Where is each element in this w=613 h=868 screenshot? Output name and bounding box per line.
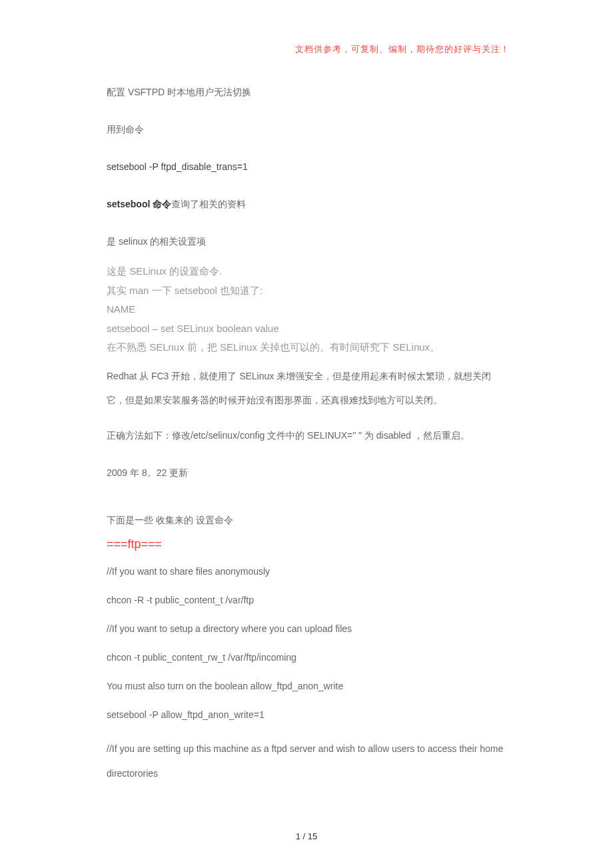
ftp-commands: //If you want to share files anonymously… — [107, 565, 506, 785]
ftp-cmd-setsebool-anon: setsebool -P allow_ftpd_anon_write=1 — [107, 708, 506, 722]
gray-line-1: 这是 SELinux 的设置命令. — [107, 262, 506, 281]
query-line: setsebool 命令查询了相关的资料 — [107, 197, 506, 211]
page-number: 1 / 15 — [0, 831, 613, 841]
bold-prefix: setsebool 命令 — [107, 199, 171, 209]
gray-line-4: setsebool – set SELinux boolean value — [107, 319, 506, 339]
ftp-comment-anon: //If you want to share files anonymously — [107, 565, 506, 579]
command-setsebool-trans: setsebool -P ftpd_disable_trans=1 — [107, 160, 506, 174]
gray-line-2: 其实 man 一下 setsebool 也知道了: — [107, 281, 506, 301]
update-line: 2009 年 8。22 更新 — [107, 466, 506, 480]
ftp-comment-upload: //If you want to setup a directory where… — [107, 622, 506, 636]
redhat-paragraph: Redhat 从 FC3 开始，就使用了 SELinux 来增强安全，但是使用起… — [107, 364, 506, 413]
document-page: 文档供参考，可复制、编制，期待您的好评与关注！ 配置 VSFTPD 时本地用户无… — [0, 0, 613, 812]
ftp-cmd-chcon-rw: chcon -t public_content_rw_t /var/ftp/in… — [107, 651, 506, 665]
ftp-note-boolean: You must also turn on the boolean allow_… — [107, 679, 506, 693]
gray-line-5: 在不熟悉 SELnux 前，把 SELinux 关掉也可以的。有时间研究下 SE… — [107, 338, 506, 357]
query-suffix: 查询了相关的资料 — [171, 199, 246, 209]
cmd-intro: 用到命令 — [107, 123, 506, 137]
ftp-cmd-chcon-public: chcon -R -t public_content_t /var/ftp — [107, 593, 506, 607]
title-line: 配置 VSFTPD 时本地用户无法切换 — [107, 85, 506, 99]
collected-intro: 下面是一些 收集来的 设置命令 — [107, 513, 506, 527]
man-block: 这是 SELinux 的设置命令. 其实 man 一下 setsebool 也知… — [107, 262, 506, 357]
header-note: 文档供参考，可复制、编制，期待您的好评与关注！ — [107, 43, 510, 55]
gray-line-3: NAME — [107, 300, 506, 319]
ftp-section-heading: ===ftp=== — [107, 537, 506, 551]
ftp-comment-home: //If you are setting up this machine as … — [107, 737, 506, 785]
selinux-note: 是 selinux 的相关设置项 — [107, 235, 506, 249]
method-line: 正确方法如下：修改/etc/selinux/config 文件中的 SELINU… — [107, 429, 506, 443]
